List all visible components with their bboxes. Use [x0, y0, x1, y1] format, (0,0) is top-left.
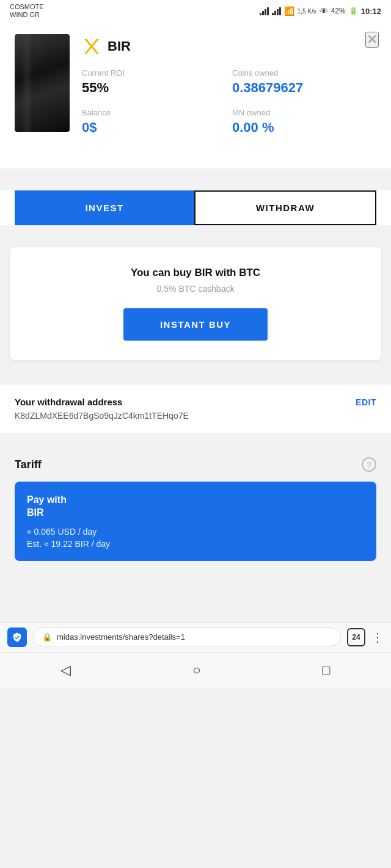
signal-icon-2: [272, 7, 281, 15]
signal-icon-1: [260, 7, 269, 15]
withdrawal-address: K8dZLMdXEE6d7BgSo9qJzC4km1tTEHqo7E: [15, 411, 376, 421]
edit-address-button[interactable]: EDIT: [356, 397, 376, 407]
recents-button[interactable]: □: [310, 659, 342, 682]
roi-value: 55%: [82, 80, 226, 96]
tariff-card: Pay withBIR ≈ 0.065 USD / day Est. ≈ 19.…: [15, 482, 376, 561]
coin-logo: [82, 37, 101, 56]
coin-image: [15, 34, 70, 132]
coins-owned-label: Coins owned: [232, 68, 376, 78]
clock: 10:12: [361, 7, 381, 16]
bottom-spacer: [0, 561, 391, 622]
shield-svg: [12, 632, 23, 643]
shield-icon[interactable]: [7, 627, 27, 647]
instant-buy-button[interactable]: INSTANT BUY: [123, 308, 268, 341]
more-menu-icon[interactable]: ⋮: [371, 630, 384, 645]
mn-owned-stat: MN owned 0.00 %: [232, 108, 376, 136]
stats-grid: Current ROI 55% Coins owned 0.38679627 B…: [82, 68, 376, 136]
buy-subtitle: 0.5% BTC cashback: [24, 284, 367, 294]
status-right: 📶 1,5 K/s 👁 42% 🔋 10:12: [260, 6, 381, 16]
nav-bar: ◁ ○ □: [0, 652, 391, 688]
back-button[interactable]: ◁: [48, 659, 83, 682]
withdrawal-header: Your withdrawal address EDIT: [15, 397, 376, 407]
tariff-section: Tariff ? Pay withBIR ≈ 0.065 USD / day E…: [0, 445, 391, 561]
battery-icon: 🔋: [349, 7, 358, 15]
invest-button[interactable]: INVEST: [15, 190, 194, 225]
coins-owned-stat: Coins owned 0.38679627: [232, 68, 376, 96]
main-card: ✕ BIR Current ROI 55%: [0, 22, 391, 168]
balance-label: Balance: [82, 108, 226, 117]
tariff-est: Est. ≈ 19.22 BIR / day: [27, 539, 364, 549]
url-text: midas.investments/shares?details=1: [57, 632, 185, 642]
lock-icon: 🔒: [42, 632, 52, 642]
coin-name: BIR: [108, 38, 131, 54]
mn-owned-value: 0.00 %: [232, 120, 376, 136]
balance-value: 0$: [82, 120, 226, 136]
tariff-title: Tariff: [15, 458, 42, 471]
roi-stat: Current ROI 55%: [82, 68, 226, 96]
withdrawal-title: Your withdrawal address: [15, 397, 122, 407]
status-bar: COSMOTE WIND GR 📶 1,5 K/s 👁 42% 🔋 10:12: [0, 0, 391, 22]
spacer-3: [0, 370, 391, 382]
withdrawal-section: Your withdrawal address EDIT K8dZLMdXEE6…: [0, 385, 391, 433]
spacer-2: [0, 237, 391, 247]
url-bar[interactable]: 🔒 midas.investments/shares?details=1: [33, 627, 341, 646]
withdraw-button[interactable]: WITHDRAW: [194, 190, 376, 225]
action-buttons: INVEST WITHDRAW: [0, 190, 391, 225]
roi-label: Current ROI: [82, 68, 226, 78]
tariff-rate: ≈ 0.065 USD / day: [27, 527, 364, 537]
speed-indicator: 1,5 K/s: [298, 8, 316, 15]
help-icon[interactable]: ?: [362, 457, 376, 472]
coin-header: BIR Current ROI 55% Coins owned 0.386796…: [15, 34, 376, 136]
coin-name-row: BIR: [82, 37, 376, 56]
close-button[interactable]: ✕: [365, 32, 379, 48]
tariff-card-title: Pay withBIR: [27, 494, 364, 519]
browser-bar: 🔒 midas.investments/shares?details=1 24 …: [0, 622, 391, 652]
eye-icon: 👁: [320, 6, 328, 16]
spacer-4: [0, 433, 391, 445]
balance-stat: Balance 0$: [82, 108, 226, 136]
coin-info: BIR Current ROI 55% Coins owned 0.386796…: [82, 34, 376, 136]
spacer-1: [0, 168, 391, 178]
buy-card: You can buy BIR with BTC 0.5% BTC cashba…: [10, 247, 381, 360]
home-button[interactable]: ○: [180, 659, 213, 682]
wifi-icon: 📶: [284, 6, 294, 16]
carrier-info: COSMOTE WIND GR: [10, 3, 44, 19]
battery-percent: 42%: [331, 7, 346, 15]
buy-title: You can buy BIR with BTC: [24, 267, 367, 279]
mn-owned-label: MN owned: [232, 108, 376, 117]
tab-count[interactable]: 24: [347, 628, 365, 646]
tariff-header: Tariff ?: [15, 457, 376, 472]
bir-logo-svg: [82, 37, 101, 56]
coins-owned-value: 0.38679627: [232, 80, 376, 96]
